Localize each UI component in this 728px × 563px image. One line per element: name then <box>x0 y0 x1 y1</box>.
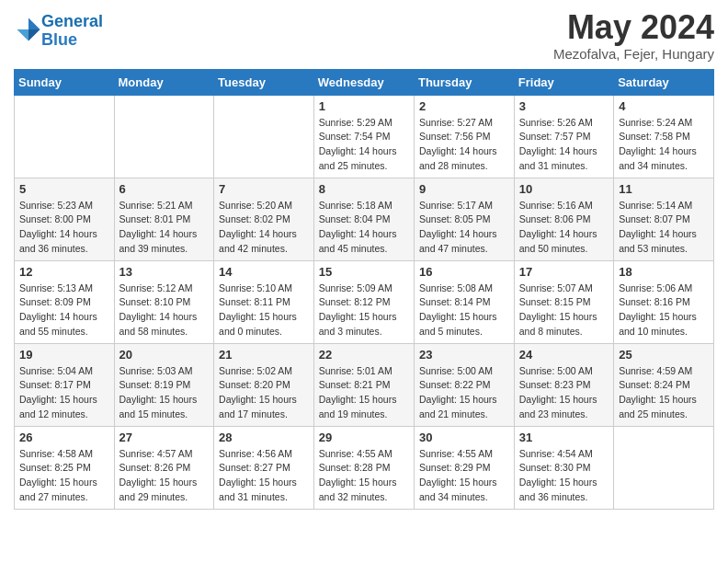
calendar-cell: 10Sunrise: 5:16 AMSunset: 8:06 PMDayligh… <box>514 178 613 260</box>
day-number: 20 <box>119 348 210 362</box>
day-number: 2 <box>419 99 509 113</box>
day-info: Sunrise: 5:21 AMSunset: 8:01 PMDaylight:… <box>119 199 210 257</box>
calendar-cell: 29Sunrise: 4:55 AMSunset: 8:28 PMDayligh… <box>313 426 414 509</box>
calendar-week-row: 26Sunrise: 4:58 AMSunset: 8:25 PMDayligh… <box>15 426 714 509</box>
logo-text: General Blue <box>41 13 103 50</box>
day-number: 15 <box>319 265 409 279</box>
day-info: Sunrise: 5:17 AMSunset: 8:05 PMDaylight:… <box>419 199 509 257</box>
day-info: Sunrise: 5:24 AMSunset: 7:58 PMDaylight:… <box>619 116 709 174</box>
calendar-cell: 16Sunrise: 5:08 AMSunset: 8:14 PMDayligh… <box>414 260 514 343</box>
day-info: Sunrise: 4:56 AMSunset: 8:27 PMDaylight:… <box>219 447 309 505</box>
day-number: 24 <box>519 348 609 362</box>
calendar-table: SundayMondayTuesdayWednesdayThursdayFrid… <box>14 69 714 510</box>
day-info: Sunrise: 5:01 AMSunset: 8:21 PMDaylight:… <box>319 364 409 422</box>
calendar-cell: 28Sunrise: 4:56 AMSunset: 8:27 PMDayligh… <box>214 426 314 509</box>
day-info: Sunrise: 5:29 AMSunset: 7:54 PMDaylight:… <box>319 116 409 174</box>
calendar-cell: 4Sunrise: 5:24 AMSunset: 7:58 PMDaylight… <box>614 95 714 178</box>
day-info: Sunrise: 5:26 AMSunset: 7:57 PMDaylight:… <box>519 116 609 174</box>
day-number: 3 <box>519 99 609 113</box>
weekday-header-row: SundayMondayTuesdayWednesdayThursdayFrid… <box>15 69 714 95</box>
weekday-header-friday: Friday <box>514 69 613 95</box>
day-info: Sunrise: 4:58 AMSunset: 8:25 PMDaylight:… <box>19 447 109 505</box>
day-info: Sunrise: 5:06 AMSunset: 8:16 PMDaylight:… <box>619 282 709 339</box>
day-number: 21 <box>219 348 309 362</box>
day-number: 27 <box>119 431 210 444</box>
calendar-cell: 5Sunrise: 5:23 AMSunset: 8:00 PMDaylight… <box>15 178 115 260</box>
calendar-cell: 3Sunrise: 5:26 AMSunset: 7:57 PMDaylight… <box>514 95 613 178</box>
day-info: Sunrise: 5:00 AMSunset: 8:22 PMDaylight:… <box>419 364 509 422</box>
logo-general: General <box>41 12 103 30</box>
calendar-week-row: 12Sunrise: 5:13 AMSunset: 8:09 PMDayligh… <box>15 260 714 343</box>
weekday-header-saturday: Saturday <box>614 69 714 95</box>
logo-icon <box>16 17 41 42</box>
day-info: Sunrise: 5:16 AMSunset: 8:06 PMDaylight:… <box>519 199 609 257</box>
page-header: General Blue May 2024 Mezofalva, Fejer, … <box>14 9 714 62</box>
weekday-header-wednesday: Wednesday <box>313 69 414 95</box>
day-number: 9 <box>419 182 509 196</box>
svg-marker-1 <box>28 29 40 41</box>
calendar-cell: 14Sunrise: 5:10 AMSunset: 8:11 PMDayligh… <box>214 260 314 343</box>
svg-marker-0 <box>28 17 40 29</box>
calendar-cell: 11Sunrise: 5:14 AMSunset: 8:07 PMDayligh… <box>614 178 714 260</box>
day-number: 19 <box>19 348 109 362</box>
weekday-header-sunday: Sunday <box>15 69 115 95</box>
day-info: Sunrise: 5:02 AMSunset: 8:20 PMDaylight:… <box>219 364 309 422</box>
calendar-cell: 18Sunrise: 5:06 AMSunset: 8:16 PMDayligh… <box>614 260 714 343</box>
day-info: Sunrise: 5:14 AMSunset: 8:07 PMDaylight:… <box>619 199 709 257</box>
day-number: 14 <box>219 265 309 279</box>
weekday-header-tuesday: Tuesday <box>214 69 314 95</box>
day-info: Sunrise: 5:09 AMSunset: 8:12 PMDaylight:… <box>319 282 409 339</box>
day-info: Sunrise: 4:57 AMSunset: 8:26 PMDaylight:… <box>119 447 210 505</box>
day-number: 31 <box>519 431 609 444</box>
title-block: May 2024 Mezofalva, Fejer, Hungary <box>553 9 714 62</box>
day-number: 22 <box>319 348 409 362</box>
day-info: Sunrise: 5:08 AMSunset: 8:14 PMDaylight:… <box>419 282 509 339</box>
day-info: Sunrise: 5:12 AMSunset: 8:10 PMDaylight:… <box>119 282 210 339</box>
calendar-week-row: 5Sunrise: 5:23 AMSunset: 8:00 PMDaylight… <box>15 178 714 260</box>
weekday-header-thursday: Thursday <box>414 69 514 95</box>
calendar-cell: 6Sunrise: 5:21 AMSunset: 8:01 PMDaylight… <box>114 178 214 260</box>
calendar-cell: 15Sunrise: 5:09 AMSunset: 8:12 PMDayligh… <box>313 260 414 343</box>
calendar-cell: 1Sunrise: 5:29 AMSunset: 7:54 PMDaylight… <box>313 95 414 178</box>
day-info: Sunrise: 5:23 AMSunset: 8:00 PMDaylight:… <box>19 199 109 257</box>
calendar-cell: 20Sunrise: 5:03 AMSunset: 8:19 PMDayligh… <box>114 343 214 426</box>
day-number: 29 <box>319 431 409 444</box>
day-info: Sunrise: 5:07 AMSunset: 8:15 PMDaylight:… <box>519 282 609 339</box>
calendar-cell: 22Sunrise: 5:01 AMSunset: 8:21 PMDayligh… <box>313 343 414 426</box>
calendar-cell: 23Sunrise: 5:00 AMSunset: 8:22 PMDayligh… <box>414 343 514 426</box>
month-title: May 2024 <box>553 9 714 46</box>
day-info: Sunrise: 5:03 AMSunset: 8:19 PMDaylight:… <box>119 364 210 422</box>
day-number: 17 <box>519 265 609 279</box>
day-info: Sunrise: 5:13 AMSunset: 8:09 PMDaylight:… <box>19 282 109 339</box>
calendar-cell <box>214 95 314 178</box>
logo-blue: Blue <box>41 30 77 49</box>
calendar-cell: 8Sunrise: 5:18 AMSunset: 8:04 PMDaylight… <box>313 178 414 260</box>
calendar-cell: 9Sunrise: 5:17 AMSunset: 8:05 PMDaylight… <box>414 178 514 260</box>
day-number: 30 <box>419 431 509 444</box>
calendar-cell: 27Sunrise: 4:57 AMSunset: 8:26 PMDayligh… <box>114 426 214 509</box>
calendar-cell <box>15 95 115 178</box>
weekday-header-monday: Monday <box>114 69 214 95</box>
calendar-cell: 19Sunrise: 5:04 AMSunset: 8:17 PMDayligh… <box>15 343 115 426</box>
calendar-cell: 13Sunrise: 5:12 AMSunset: 8:10 PMDayligh… <box>114 260 214 343</box>
day-info: Sunrise: 5:18 AMSunset: 8:04 PMDaylight:… <box>319 199 409 257</box>
day-info: Sunrise: 5:10 AMSunset: 8:11 PMDaylight:… <box>219 282 309 339</box>
day-number: 11 <box>619 182 709 196</box>
day-number: 18 <box>619 265 709 279</box>
day-info: Sunrise: 4:54 AMSunset: 8:30 PMDaylight:… <box>519 447 609 505</box>
day-number: 25 <box>619 348 709 362</box>
day-number: 23 <box>419 348 509 362</box>
calendar-cell: 21Sunrise: 5:02 AMSunset: 8:20 PMDayligh… <box>214 343 314 426</box>
day-number: 1 <box>319 99 409 113</box>
day-info: Sunrise: 5:00 AMSunset: 8:23 PMDaylight:… <box>519 364 609 422</box>
day-info: Sunrise: 4:55 AMSunset: 8:29 PMDaylight:… <box>419 447 509 505</box>
day-info: Sunrise: 5:20 AMSunset: 8:02 PMDaylight:… <box>219 199 309 257</box>
location: Mezofalva, Fejer, Hungary <box>553 46 714 62</box>
calendar-week-row: 19Sunrise: 5:04 AMSunset: 8:17 PMDayligh… <box>15 343 714 426</box>
day-number: 10 <box>519 182 609 196</box>
day-number: 16 <box>419 265 509 279</box>
svg-marker-2 <box>17 29 28 41</box>
calendar-week-row: 1Sunrise: 5:29 AMSunset: 7:54 PMDaylight… <box>15 95 714 178</box>
calendar-cell: 31Sunrise: 4:54 AMSunset: 8:30 PMDayligh… <box>514 426 613 509</box>
calendar-cell: 17Sunrise: 5:07 AMSunset: 8:15 PMDayligh… <box>514 260 613 343</box>
